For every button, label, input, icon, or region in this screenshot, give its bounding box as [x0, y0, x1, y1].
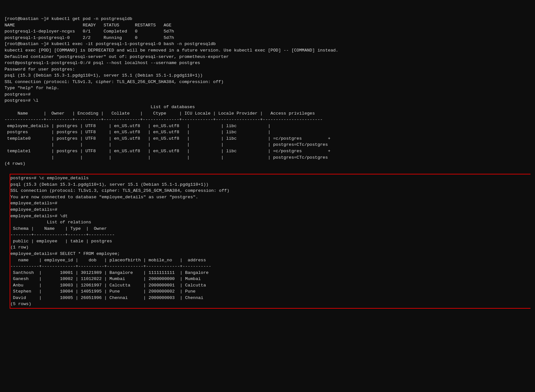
terminal-line: | | | | | | | postgres=CTc/postgres	[5, 154, 530, 161]
terminal-line: kubectl exec [POD] [COMMAND] is DEPRECAT…	[5, 47, 530, 54]
terminal-line: root@postgresql-1-postgresql-0:/# psql -…	[5, 60, 530, 66]
highlighted-section: postgres=# \c employee_detailspsql (15.3…	[10, 174, 530, 309]
terminal-line: employee_details | postgres | UTF8 | en_…	[5, 123, 530, 129]
highlighted-terminal-line: public | employee | table | postgres	[10, 238, 530, 245]
terminal-window: [root@bastian ~]# kubectl get pod -n pos…	[5, 3, 530, 309]
highlighted-terminal-line: List of relations	[10, 219, 530, 226]
terminal-line: SSL connection (protocol: TLSv1.3, ciphe…	[5, 79, 530, 85]
terminal-line: postgres=# \l	[5, 98, 530, 104]
highlighted-terminal-line: employee_details=# SELECT * FROM employe…	[10, 251, 530, 257]
terminal-line: postgres=#	[5, 91, 530, 98]
terminal-line: [root@bastian ~]# kubectl exec -it postg…	[5, 41, 530, 47]
highlighted-terminal-line: Anbu | 10003 | 12061997 | Calcutta | 200…	[10, 282, 530, 289]
terminal-line: ---------------+----------+----------+--…	[5, 117, 530, 123]
terminal-line: postgresql-1-postgresql-0 2/2 Running 0 …	[5, 35, 530, 41]
highlighted-terminal-line: Ganesh | 10002 | 11012022 | Mumbai | 200…	[10, 276, 530, 282]
terminal-line: psql (15.3 (Debian 15.3-1.pgdg110+1), se…	[5, 72, 530, 79]
terminal-line: List of databases	[5, 104, 530, 110]
highlighted-terminal-line: (1 row)	[10, 244, 530, 251]
terminal-line: template0 | postgres | UTF8 | en_US.utf8…	[5, 135, 530, 142]
highlighted-terminal-line: (5 rows)	[10, 301, 530, 307]
highlighted-terminal-line: employee_details=#	[10, 200, 530, 207]
terminal-line: Type "help" for help.	[5, 85, 530, 91]
terminal-line: template1 | postgres | UTF8 | en_US.utf8…	[5, 148, 530, 154]
highlighted-terminal-line: Santhosh | 10001 | 30121989 | Bangalore …	[10, 270, 530, 276]
terminal-line: Password for user postgres:	[5, 66, 530, 73]
terminal-line: postgres | postgres | UTF8 | en_US.utf8 …	[5, 129, 530, 135]
top-section: [root@bastian ~]# kubectl get pod -n pos…	[5, 16, 530, 167]
highlighted-terminal-line: postgres=# \c employee_details	[10, 175, 530, 182]
highlighted-terminal-line: David | 10005 | 26051996 | Chennai | 200…	[10, 295, 530, 301]
terminal-line: Defaulted container "postgresql-server" …	[5, 54, 530, 60]
terminal-line: [root@bastian ~]# kubectl get pod -n pos…	[5, 16, 530, 22]
highlighted-terminal-line: employee_details=# \dt	[10, 213, 530, 219]
terminal-line: | | | | | | | postgres=CTc/postgres	[5, 142, 530, 148]
highlighted-terminal-line: Stephen | 10004 | 14051995 | Pune | 2000…	[10, 288, 530, 295]
highlighted-terminal-line: SSL connection (protocol: TLSv1.3, ciphe…	[10, 188, 530, 194]
highlighted-terminal-line: Schema | Name | Type | Owner	[10, 226, 530, 232]
terminal-line: postgresql-1-deployer-ncgxs 0/1 Complete…	[5, 28, 530, 35]
terminal-line: Name | Owner | Encoding | Collate | Ctyp…	[5, 110, 530, 117]
terminal-line: NAME READY STATUS RESTARTS AGE	[5, 22, 530, 29]
highlighted-terminal-line: -----------+-------------+----------+---…	[10, 263, 530, 270]
highlighted-terminal-line: --------+------------+-------+----------	[10, 232, 530, 238]
highlighted-terminal-line: You are now connected to database "emplo…	[10, 194, 530, 201]
terminal-line: (4 rows)	[5, 161, 530, 167]
highlighted-terminal-line: employee_details=#	[10, 207, 530, 213]
highlighted-terminal-line: psql (15.3 (Debian 15.3-1.pgdg110+1), se…	[10, 182, 530, 188]
highlighted-terminal-line: name | employee_id | dob | placeofbirth …	[10, 257, 530, 264]
